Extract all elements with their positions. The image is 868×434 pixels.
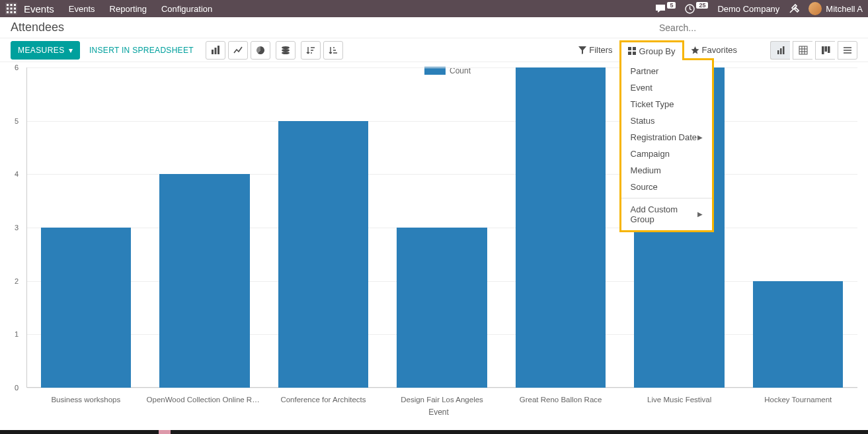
- svg-point-13: [282, 46, 290, 49]
- svg-rect-25: [824, 46, 827, 52]
- apps-icon[interactable]: [5, 3, 17, 15]
- x-tick-label: Live Music Festival: [620, 396, 739, 404]
- y-tick: 2: [15, 277, 19, 285]
- debug-icon[interactable]: [789, 3, 799, 14]
- svg-rect-26: [828, 46, 830, 53]
- bar[interactable]: [397, 228, 487, 388]
- svg-rect-10: [212, 50, 214, 54]
- nav-events[interactable]: Events: [69, 4, 95, 14]
- svg-rect-12: [217, 46, 219, 54]
- svg-rect-20: [777, 50, 779, 54]
- view-graph-icon[interactable]: [770, 41, 790, 60]
- messages-button[interactable]: 5: [655, 4, 676, 13]
- svg-rect-7: [11, 11, 13, 13]
- bar[interactable]: [278, 121, 368, 388]
- favorites-button[interactable]: Favorites: [684, 41, 744, 59]
- x-axis-title: Event: [20, 408, 857, 417]
- view-list-icon[interactable]: [838, 41, 857, 60]
- breadcrumb-row: Attendees: [0, 17, 868, 38]
- groupby-item-registration-date[interactable]: Registration Date▶: [621, 129, 712, 146]
- nav-reporting[interactable]: Reporting: [110, 4, 147, 14]
- svg-rect-8: [14, 11, 16, 13]
- groupby-item-source[interactable]: Source: [621, 179, 712, 195]
- svg-rect-11: [214, 48, 216, 54]
- x-tick-label: Design Fair Los Angeles: [383, 396, 502, 404]
- svg-rect-23: [799, 46, 807, 54]
- svg-rect-18: [628, 52, 631, 55]
- user-menu[interactable]: Mitchell A: [809, 2, 863, 15]
- svg-rect-3: [7, 8, 9, 10]
- chevron-right-icon: ▶: [697, 134, 703, 141]
- svg-rect-19: [633, 52, 636, 55]
- messages-badge: 5: [667, 2, 676, 9]
- svg-rect-0: [7, 4, 9, 6]
- avatar: [809, 2, 822, 15]
- nav-configuration[interactable]: Configuration: [161, 4, 212, 14]
- x-tick-label: Great Reno Ballon Race: [501, 396, 620, 404]
- bar-chart-icon[interactable]: [206, 41, 225, 60]
- svg-rect-2: [14, 4, 16, 6]
- y-tick: 1: [15, 330, 19, 338]
- measures-button[interactable]: MEASURES▾: [11, 41, 80, 60]
- page-title: Attendees: [11, 21, 64, 34]
- company-switcher[interactable]: Demo Company: [717, 4, 779, 14]
- activities-button[interactable]: 25: [685, 4, 708, 14]
- x-tick-label: Hockey Tournament: [738, 396, 857, 404]
- x-tick-label: OpenWood Collection Online Rev..: [145, 396, 264, 404]
- search-input[interactable]: [659, 22, 857, 33]
- svg-rect-17: [633, 47, 636, 50]
- groupby-add-custom[interactable]: Add Custom Group▶: [621, 201, 712, 228]
- svg-rect-1: [11, 4, 13, 6]
- insert-spreadsheet-button[interactable]: INSERT IN SPREADSHEET: [83, 41, 200, 60]
- view-pivot-icon[interactable]: [793, 41, 812, 60]
- svg-rect-6: [7, 11, 9, 13]
- bar[interactable]: [159, 174, 249, 388]
- groupby-item-medium[interactable]: Medium: [621, 162, 712, 179]
- sort-asc-icon[interactable]: [323, 41, 343, 60]
- stacked-icon[interactable]: [276, 41, 296, 60]
- svg-rect-4: [11, 8, 13, 10]
- y-tick: 6: [15, 64, 19, 71]
- bar[interactable]: [516, 67, 606, 388]
- chevron-right-icon: ▶: [697, 210, 703, 218]
- chart-area: Count 0123456 Business workshopsOpenWood…: [0, 62, 868, 412]
- svg-point-14: [282, 49, 290, 52]
- bar[interactable]: [753, 281, 843, 388]
- toolbar: MEASURES▾ INSERT IN SPREADSHEET Filters …: [0, 38, 868, 62]
- groupby-item-partner[interactable]: Partner: [621, 63, 712, 79]
- svg-rect-21: [780, 48, 782, 54]
- top-navbar: Events Events Reporting Configuration 5 …: [0, 0, 868, 17]
- group-by-button[interactable]: Group By: [619, 40, 684, 60]
- view-kanban-icon[interactable]: [815, 41, 835, 60]
- y-tick: 4: [15, 170, 19, 178]
- group-by-dropdown: PartnerEventTicket TypeStatusRegistratio…: [619, 58, 714, 232]
- pie-chart-icon[interactable]: [251, 41, 270, 60]
- groupby-item-ticket-type[interactable]: Ticket Type: [621, 96, 712, 112]
- filters-button[interactable]: Filters: [572, 41, 619, 59]
- svg-rect-5: [14, 8, 16, 10]
- caret-down-icon: ▾: [69, 46, 73, 55]
- line-chart-icon[interactable]: [228, 41, 248, 60]
- groupby-item-campaign[interactable]: Campaign: [621, 146, 712, 162]
- groupby-item-status[interactable]: Status: [621, 112, 712, 129]
- sort-desc-icon[interactable]: [301, 41, 321, 60]
- svg-point-15: [282, 52, 290, 54]
- bar[interactable]: [41, 228, 131, 388]
- y-tick: 5: [15, 117, 19, 125]
- svg-rect-16: [628, 47, 631, 50]
- y-tick: 3: [15, 224, 19, 232]
- app-brand[interactable]: Events: [24, 3, 54, 15]
- groupby-item-event[interactable]: Event: [621, 79, 712, 96]
- x-tick-label: Business workshops: [26, 396, 145, 404]
- taskbar-strip: [0, 430, 868, 434]
- svg-rect-22: [783, 46, 785, 54]
- svg-rect-24: [822, 46, 824, 54]
- y-tick: 0: [15, 384, 19, 392]
- activities-badge: 25: [696, 2, 708, 9]
- x-tick-label: Conference for Architects: [264, 396, 383, 404]
